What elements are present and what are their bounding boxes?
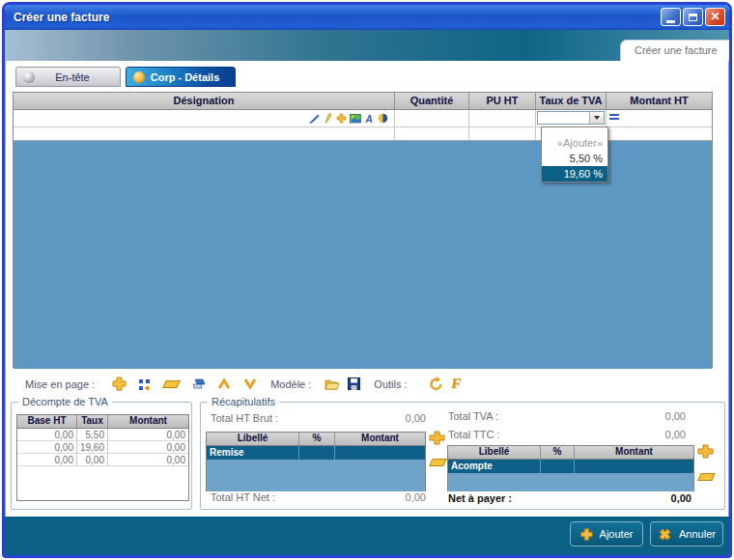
tab-entete[interactable]: En-tête — [15, 67, 121, 87]
col-quantite: Quantité — [395, 93, 469, 109]
recapitulatifs-group: Récapitulatifs Total HT Brut : 0,00 Libe… — [200, 402, 725, 510]
annuler-button[interactable]: Annuler — [650, 521, 723, 546]
taux-tva-cell — [536, 110, 607, 126]
decompte-tva-title: Décompte de TVA — [18, 396, 112, 407]
acompte-header-row: Libellé % Montant — [448, 446, 693, 460]
dropdown-option-ajouter[interactable]: «Ajouter» — [542, 135, 607, 151]
net-a-payer-value: 0,00 — [626, 492, 692, 504]
content-panel: En-tête Corp - Détails Désignation Quant… — [5, 61, 729, 517]
decompte-tva-group: Décompte de TVA Base HT Taux Montant 0,0… — [11, 402, 192, 510]
decompte-col-montant: Montant — [108, 415, 188, 428]
window-title: Créer une facture — [5, 11, 109, 24]
decompte-table: Base HT Taux Montant 0,00 5,50 0,00 0,00… — [16, 414, 189, 501]
tab-corps-label: Corp - Détails — [145, 71, 235, 83]
col-taux-tva: Taux de TVA — [536, 93, 607, 109]
pu-ht-cell[interactable] — [469, 110, 536, 126]
recalc-icon[interactable] — [429, 377, 443, 391]
font-a-icon[interactable]: A — [364, 113, 375, 124]
insert-line-icon[interactable] — [138, 378, 152, 391]
move-down-icon[interactable] — [243, 378, 257, 390]
tva-combobox[interactable] — [537, 111, 605, 125]
mise-en-page-label: Mise en page : — [25, 378, 95, 390]
remise-row[interactable]: Remise — [207, 446, 425, 460]
grid-input-row: A — [14, 110, 712, 127]
eraser-icon[interactable] — [191, 378, 206, 389]
decompte-row: 0,00 5,50 0,00 — [17, 429, 188, 441]
col-montant-ht: Montant HT — [607, 93, 712, 109]
decompte-header-row: Base HT Taux Montant — [17, 415, 188, 429]
total-ht-net-label: Total HT Net : — [211, 491, 275, 503]
modele-label: Modèle : — [270, 378, 311, 390]
acompte-table: Libellé % Montant Acompte — [447, 445, 694, 491]
remise-table: Libellé % Montant Remise — [206, 432, 426, 491]
move-up-icon[interactable] — [217, 378, 231, 390]
add-small-icon[interactable] — [336, 113, 347, 124]
acompte-row[interactable]: Acompte — [448, 460, 693, 473]
minimize-icon — [666, 20, 675, 23]
add-icon — [580, 528, 593, 541]
pencil-icon[interactable] — [323, 113, 333, 124]
total-tva-value: 0,00 — [626, 410, 686, 422]
col-pu-ht: PU HT — [469, 93, 536, 109]
tva-dropdown-list: «Ajouter» 5,50 % 19,60 % — [541, 126, 608, 182]
designation-tools: A — [14, 110, 394, 126]
add-row-icon[interactable] — [429, 431, 445, 447]
remise-col-pct: % — [299, 433, 335, 445]
maximize-icon — [689, 14, 697, 21]
acompte-col-montant: Montant — [575, 446, 693, 459]
total-ttc-value: 0,00 — [626, 429, 686, 440]
decompte-col-base-ht: Base HT — [17, 415, 77, 428]
tab-entete-label: En-tête — [35, 71, 120, 83]
total-ht-brut-label: Total HT Brut : — [211, 412, 278, 424]
dropdown-option-1960-selected[interactable]: 19,60 % — [542, 166, 607, 182]
save-icon[interactable] — [348, 378, 360, 390]
acompte-col-libelle: Libellé — [448, 446, 541, 459]
annuler-label: Annuler — [679, 528, 716, 540]
remise-col-montant: Montant — [335, 433, 425, 445]
chevron-down-icon — [594, 116, 600, 120]
add-line-icon[interactable] — [112, 377, 127, 391]
pie-icon[interactable] — [378, 113, 388, 124]
acompte-table-empty-area — [448, 473, 693, 491]
image-icon[interactable] — [350, 113, 361, 124]
footer-bar: Ajouter Annuler — [5, 517, 729, 555]
net-a-payer-label: Net à payer : — [448, 492, 512, 504]
remise-header-row: Libellé % Montant — [207, 433, 425, 446]
total-ht-brut-value: 0,00 — [375, 412, 426, 424]
col-designation: Désignation — [14, 93, 395, 109]
remise-col-libelle: Libellé — [207, 433, 299, 445]
remove-row-icon[interactable] — [431, 457, 445, 468]
combo-dropdown-button[interactable] — [589, 112, 604, 124]
decompte-row: 0,00 0,00 0,00 — [17, 454, 188, 466]
designation-cell[interactable]: A — [14, 110, 395, 126]
decompte-col-taux: Taux — [77, 415, 108, 428]
dropdown-option-550[interactable]: 5,50 % — [542, 151, 607, 166]
open-folder-icon[interactable] — [325, 378, 340, 390]
svg-text:A: A — [365, 113, 373, 124]
minimize-button[interactable] — [661, 8, 681, 26]
ajouter-label: Ajouter — [600, 528, 634, 540]
remove-row-icon[interactable] — [699, 471, 714, 483]
maximize-button[interactable] — [683, 8, 703, 26]
quantite-cell[interactable] — [395, 110, 469, 126]
outils-label: Outils : — [374, 378, 407, 390]
acompte-col-pct: % — [541, 446, 575, 459]
tab-sphere-icon — [23, 71, 35, 83]
pen-icon[interactable] — [309, 113, 320, 124]
titlebar[interactable]: Créer une facture ✕ — [5, 5, 729, 30]
total-tva-label: Total TVA : — [448, 410, 498, 422]
header-band: Créer une facture — [5, 30, 729, 61]
tab-corps-details[interactable]: Corp - Détails — [126, 67, 236, 87]
decompte-row: 0,00 19,60 0,00 — [17, 441, 188, 454]
ajouter-button[interactable]: Ajouter — [570, 521, 643, 546]
montant-ht-cell — [607, 110, 712, 126]
total-ttc-label: Total TTC : — [448, 429, 500, 440]
formula-icon[interactable]: F — [452, 376, 462, 392]
equals-icon[interactable] — [609, 114, 712, 120]
window-controls: ✕ — [661, 8, 725, 26]
add-row-icon[interactable] — [697, 444, 714, 461]
remise-table-empty-area — [207, 460, 425, 491]
dialog-window: Créer une facture ✕ Créer une facture En… — [2, 2, 732, 558]
close-button[interactable]: ✕ — [705, 8, 725, 26]
remove-line-icon[interactable] — [164, 380, 179, 388]
